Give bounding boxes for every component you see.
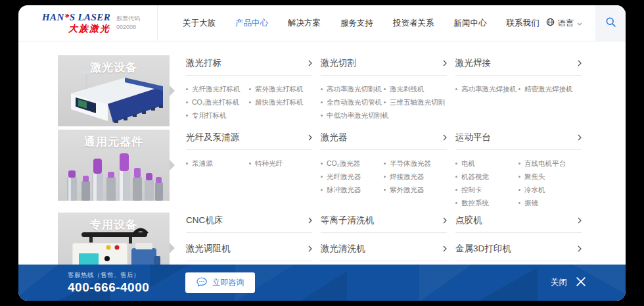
menu-item[interactable]: 紫外激光打标机 xyxy=(249,82,312,95)
logo[interactable]: HAN*S LASER 大族激光 股票代码 002008 xyxy=(18,5,158,41)
section-header[interactable]: 点胶机 xyxy=(455,215,582,233)
consult-button-label: 立即咨询 xyxy=(212,277,244,288)
item-col-left: CO₂激光器 光纤激光器 脉冲激光器 xyxy=(321,157,384,196)
nav-item-about[interactable]: 关于大族 xyxy=(183,18,216,29)
stock-code-label: 股票代码 xyxy=(116,14,140,23)
menu-item[interactable]: 半导体激光器 xyxy=(384,157,447,170)
menu-item[interactable]: 泵浦源 xyxy=(186,157,249,170)
menu-item[interactable]: 机器视觉 xyxy=(455,170,518,183)
section-header[interactable]: 激光清洗机 xyxy=(321,243,447,261)
menu-item[interactable]: 数控系统 xyxy=(455,196,518,209)
section-header[interactable]: 激光器 xyxy=(321,132,447,150)
menu-item[interactable]: 全自动激光切管机 xyxy=(321,95,384,109)
bullet-icon xyxy=(321,189,323,191)
item-col-right: 激光剥线机 三维五轴激光切割 xyxy=(384,82,447,122)
menu-item[interactable]: 高功率激光焊接机 xyxy=(455,82,518,95)
nav-item-service[interactable]: 服务支持 xyxy=(340,18,373,29)
item-col-left: 泵浦源 xyxy=(186,157,249,170)
section-header[interactable]: 运动平台 xyxy=(455,132,582,150)
section-title: 运动平台 xyxy=(455,132,491,143)
bullet-icon xyxy=(321,163,323,165)
category-pointer-icon xyxy=(170,86,175,96)
menu-item[interactable]: 光纤激光打标机 xyxy=(186,82,249,95)
menu-item[interactable]: 聚焦头 xyxy=(518,170,582,183)
bullet-icon xyxy=(384,88,386,90)
item-col-left: 高功率激光切割机 全自动激光切管机 中低功率激光切割机 xyxy=(321,82,384,122)
menu-item[interactable]: CO₂激光打标机 xyxy=(186,95,249,109)
menu-item[interactable]: 焊接激光器 xyxy=(384,170,447,183)
nav-item-solutions[interactable]: 解决方案 xyxy=(288,18,321,29)
menu-row-general-components: 通用元器件 xyxy=(18,130,626,209)
section-header[interactable]: 等离子清洗机 xyxy=(321,215,447,233)
bullet-icon xyxy=(455,202,457,204)
category-general-components[interactable]: 通用元器件 xyxy=(58,130,170,201)
chevron-right-icon xyxy=(443,217,447,224)
section-header[interactable]: 光纤及泵浦源 xyxy=(186,132,312,150)
search-button[interactable] xyxy=(595,5,626,41)
item-list: 光纤激光打标机 CO₂激光打标机 专用打标机 紫外激光打标机 超快激光打标机 xyxy=(186,82,312,122)
menu-item[interactable]: CO₂激光器 xyxy=(321,157,384,170)
bullet-icon xyxy=(321,115,323,116)
item-col-right: 直线电机平台 聚焦头 冷水机 振镜 xyxy=(518,157,582,209)
menu-item[interactable]: 高功率激光切割机 xyxy=(321,82,384,95)
section-header[interactable]: 激光调阻机 xyxy=(186,243,312,261)
category-title: 激光设备 xyxy=(58,55,170,75)
nav-item-news[interactable]: 新闻中心 xyxy=(454,18,487,29)
menu-item[interactable]: 激光剥线机 xyxy=(384,82,447,95)
menu-item[interactable]: 中低功率激光切割机 xyxy=(321,109,384,122)
globe-icon xyxy=(546,18,555,28)
bullet-icon xyxy=(186,101,188,103)
nav-item-investor[interactable]: 投资者关系 xyxy=(393,18,434,29)
item-col-right: 特种光纤 xyxy=(249,157,312,170)
logo-english: HAN*S LASER xyxy=(42,12,110,23)
main-nav: 关于大族 产品中心 解决方案 服务支持 投资者关系 新闻中心 联系我们 xyxy=(183,5,540,41)
section-title: 激光清洗机 xyxy=(321,243,365,255)
item-col-right: 半导体激光器 焊接激光器 紫外激光器 xyxy=(384,157,447,196)
section-laser-cutting: 激光切割 高功率激光切割机 全自动激光切管机 中低功率激光切割机 激光剥线机 三… xyxy=(321,57,447,122)
section-header[interactable]: CNC机床 xyxy=(186,215,312,233)
menu-item[interactable]: 紫外激光器 xyxy=(384,183,447,196)
language-selector[interactable]: 语言 xyxy=(546,5,582,41)
close-menu-button[interactable]: 关闭 xyxy=(551,276,586,289)
bullet-icon xyxy=(321,88,323,90)
triangle-decoration xyxy=(150,265,189,288)
nav-item-contact[interactable]: 联系我们 xyxy=(507,18,540,29)
bullet-icon xyxy=(249,163,251,165)
section-motion-platform: 运动平台 电机 机器视觉 控制卡 数控系统 直线电机平台 聚焦头 xyxy=(455,132,582,209)
item-col-left: 电机 机器视觉 控制卡 数控系统 xyxy=(455,157,518,209)
menu-item[interactable]: 脉冲激光器 xyxy=(321,183,384,196)
menu-item[interactable]: 直线电机平台 xyxy=(518,157,582,170)
menu-item[interactable]: 专用打标机 xyxy=(186,109,249,122)
menu-item[interactable]: 控制卡 xyxy=(455,183,518,196)
bullet-icon xyxy=(384,176,386,178)
bullet-icon xyxy=(455,176,457,178)
bullet-icon xyxy=(186,115,188,116)
menu-item[interactable]: 精密激光焊接机 xyxy=(518,82,582,95)
menu-item[interactable]: 超快激光打标机 xyxy=(249,95,312,109)
menu-item[interactable]: 冷水机 xyxy=(518,183,582,196)
chevron-right-icon xyxy=(308,217,312,224)
consult-now-button[interactable]: 立即咨询 xyxy=(185,272,255,293)
menu-item[interactable]: 振镜 xyxy=(518,196,582,209)
section-header[interactable]: 激光焊接 xyxy=(455,57,582,76)
section-header[interactable]: 激光切割 xyxy=(321,57,447,76)
category-laser-equipment[interactable]: 激光设备 xyxy=(58,55,170,126)
section-title: 点胶机 xyxy=(455,215,482,226)
item-col-right: 精密激光焊接机 xyxy=(518,82,582,95)
site-panel: HAN*S LASER 大族激光 股票代码 002008 关于大族 产品中心 解… xyxy=(18,5,626,301)
stock-code: 股票代码 002008 xyxy=(116,14,140,32)
chevron-right-icon xyxy=(443,245,447,252)
menu-item[interactable]: 电机 xyxy=(455,157,518,170)
menu-row-special-equipment: 专用设备 xyxy=(18,213,626,265)
menu-item[interactable]: 特种光纤 xyxy=(249,157,312,170)
link-cnc-machine: CNC机床 xyxy=(186,215,312,233)
section-header[interactable]: 激光打标 xyxy=(186,57,312,76)
section-title: 金属3D打印机 xyxy=(455,243,511,255)
menu-item[interactable]: 三维五轴激光切割 xyxy=(384,95,447,109)
section-header[interactable]: 金属3D打印机 xyxy=(455,243,582,261)
nav-item-products[interactable]: 产品中心 xyxy=(235,18,268,29)
stock-code-value: 002008 xyxy=(116,23,140,32)
chevron-right-icon xyxy=(578,134,582,141)
category-special-equipment[interactable]: 专用设备 xyxy=(58,213,170,265)
menu-item[interactable]: 光纤激光器 xyxy=(321,170,384,183)
